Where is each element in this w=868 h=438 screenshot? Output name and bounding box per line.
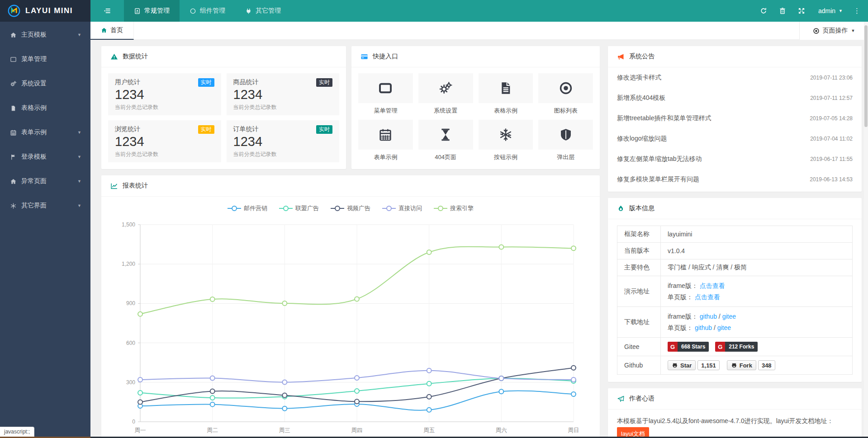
legend-item-视频广告[interactable]: 视频广告 (331, 204, 370, 212)
svg-text:周一: 周一 (135, 427, 146, 433)
gitee-stars-badge[interactable]: G668 Stars (668, 342, 709, 352)
sidebar-item-error-pages[interactable]: 异常页面 ▼ (0, 170, 90, 193)
quick-item-menu-management[interactable]: 菜单管理 (358, 73, 413, 117)
more-menu-button[interactable]: ⋮ (850, 7, 868, 15)
data-statistics-card: 数据统计 用户统计实时 1234 当前分类总记录数 商品统计实时 1234 当前… (101, 46, 346, 169)
legend-marker-icon (382, 205, 396, 212)
tab-home[interactable]: 首页 (90, 22, 134, 40)
topnav-label: 常规管理 (144, 7, 170, 15)
svg-text:周四: 周四 (351, 427, 363, 433)
sidebar-item-label: 登录模板 (21, 153, 47, 161)
legend-marker-icon (331, 205, 344, 212)
paper-plane-icon (617, 395, 625, 403)
stat-box-users[interactable]: 用户统计实时 1234 当前分类总记录数 (108, 73, 221, 115)
user-dropdown[interactable]: admin ▼ (811, 7, 850, 14)
legend-item-联盟广告[interactable]: 联盟广告 (279, 204, 319, 212)
card-title: 报表统计 (123, 182, 148, 190)
home-icon (10, 32, 17, 38)
scrollbar-thumb[interactable] (864, 25, 868, 127)
download-iframe-github-link[interactable]: github (700, 313, 717, 320)
svg-text:周二: 周二 (207, 427, 218, 433)
topnav-other-management[interactable]: 其它管理 (235, 0, 291, 22)
sidebar-item-table-example[interactable]: 表格示例 (0, 97, 90, 119)
github-star-count[interactable]: 1,151 (697, 360, 720, 370)
flag-icon (10, 154, 17, 160)
legend-item-邮件营销[interactable]: 邮件营销 (228, 204, 267, 212)
demo-iframe-link[interactable]: 点击查看 (700, 282, 725, 289)
sidebar-item-login-templates[interactable]: 登录模板 ▼ (0, 146, 90, 168)
announcement-row[interactable]: 修复左侧菜单缩放tab无法移动 2019-06-17 11:55 (608, 149, 862, 169)
quick-item-system-settings[interactable]: 系统设置 (418, 73, 473, 117)
home-icon (10, 178, 17, 185)
svg-text:300: 300 (126, 379, 135, 386)
dot-circle-icon (559, 81, 573, 95)
stat-name: 用户统计 (115, 78, 140, 86)
svg-text:600: 600 (126, 340, 135, 346)
stat-desc: 当前分类总记录数 (233, 104, 333, 111)
announcement-row[interactable]: 新增系统404模板 2019-07-11 12:57 (608, 88, 862, 108)
quick-item-form-example[interactable]: 表单示例 (358, 120, 413, 164)
github-fork-button[interactable]: Fork (727, 360, 756, 370)
github-fork-count[interactable]: 348 (758, 360, 775, 370)
legend-item-搜索引擎[interactable]: 搜索引擎 (434, 204, 474, 212)
fullscreen-button[interactable] (792, 0, 811, 22)
sidebar-item-form-example[interactable]: 表单示例 ▼ (0, 121, 90, 144)
sidebar-item-menu-management[interactable]: 菜单管理 (0, 48, 90, 71)
page-actions-dropdown[interactable]: 页面操作 ▼ (799, 22, 868, 40)
table-row: 下载地址 iframe版： github / gitee 单页版： github… (617, 307, 853, 338)
announcement-row[interactable]: 修改logo缩放问题 2019-07-04 11:02 (608, 128, 862, 149)
quick-item-table-example[interactable]: 表格示例 (479, 73, 533, 117)
stat-box-views[interactable]: 浏览统计实时 1234 当前分类总记录数 (108, 120, 221, 162)
version-info-card: 版本信息 框架名称 layuimini 当前版本 v1.0.4 主要特色 零门槛… (608, 198, 862, 382)
caret-down-icon: ▼ (77, 179, 81, 184)
stat-name: 浏览统计 (115, 125, 140, 133)
app-logo[interactable]: LAYUI MINI (0, 0, 90, 22)
logo-title: LAYUI MINI (25, 6, 73, 15)
gitee-logo: G (715, 342, 725, 352)
circle-outline-icon (190, 8, 196, 14)
top-header-bar: LAYUI MINI 常规管理 组件管理 其它管理 admin ▼ ⋮ (0, 0, 868, 22)
calendar-icon (378, 127, 393, 142)
tab-bar: 首页 页面操作 ▼ (90, 22, 868, 40)
sidebar-toggle-button[interactable] (90, 0, 124, 22)
page-scrollbar[interactable] (864, 22, 868, 437)
stat-box-products[interactable]: 商品统计实时 1234 当前分类总记录数 (227, 73, 340, 115)
framework-version: v1.0.4 (661, 243, 853, 259)
svg-text:周六: 周六 (496, 427, 507, 433)
sidebar-item-other-ui[interactable]: 其它界面 ▼ (0, 194, 90, 217)
quick-item-button-example[interactable]: 按钮示例 (479, 120, 533, 164)
stat-value: 1234 (115, 134, 214, 149)
table-row: 框架名称 layuimini (617, 226, 853, 243)
demo-spa-link[interactable]: 点击查看 (695, 293, 720, 301)
quick-item-popup-layer[interactable]: 弹出层 (538, 120, 593, 164)
download-spa-gitee-link[interactable]: gitee (717, 324, 731, 331)
clear-cache-button[interactable] (773, 0, 792, 22)
announcement-row[interactable]: 修改选项卡样式 2019-07-11 23:06 (608, 67, 862, 88)
username: admin (818, 7, 835, 14)
megaphone-icon (617, 53, 625, 61)
logo-icon (7, 4, 21, 18)
page-actions-label: 页面操作 (823, 27, 848, 35)
stat-box-orders[interactable]: 订单统计实时 1234 当前分类总记录数 (227, 120, 340, 162)
announcement-row[interactable]: 新增treetable插件和菜单管理样式 2019-07-05 14:28 (608, 108, 862, 128)
sidebar-item-system-settings[interactable]: 系统设置 (0, 72, 90, 95)
legend-item-直接访问[interactable]: 直接访问 (382, 204, 422, 212)
stat-desc: 当前分类总记录数 (115, 104, 214, 111)
announcement-row[interactable]: 修复多模块菜单栏展开有问题 2019-06-13 14:53 (608, 169, 862, 189)
github-star-button[interactable]: Star (668, 360, 696, 370)
topnav-general-management[interactable]: 常规管理 (124, 0, 180, 22)
quick-item-404-page[interactable]: 404页面 (418, 120, 473, 164)
topnav-component-management[interactable]: 组件管理 (180, 0, 235, 22)
sidebar-item-home-templates[interactable]: 主页模板 ▼ (0, 24, 90, 46)
gitee-forks-badge[interactable]: G212 Forks (715, 342, 758, 352)
svg-text:900: 900 (126, 300, 135, 306)
version-table: 框架名称 layuimini 当前版本 v1.0.4 主要特色 零门槛 / 响应… (617, 226, 853, 375)
download-iframe-gitee-link[interactable]: gitee (722, 313, 736, 320)
calendar-icon (10, 129, 17, 136)
card-title: 版本信息 (629, 204, 655, 212)
download-spa-github-link[interactable]: github (695, 324, 712, 331)
caret-down-icon: ▼ (77, 130, 81, 135)
svg-text:周五: 周五 (423, 427, 435, 433)
quick-item-icon-list[interactable]: 图标列表 (538, 73, 593, 117)
refresh-button[interactable] (754, 0, 773, 22)
